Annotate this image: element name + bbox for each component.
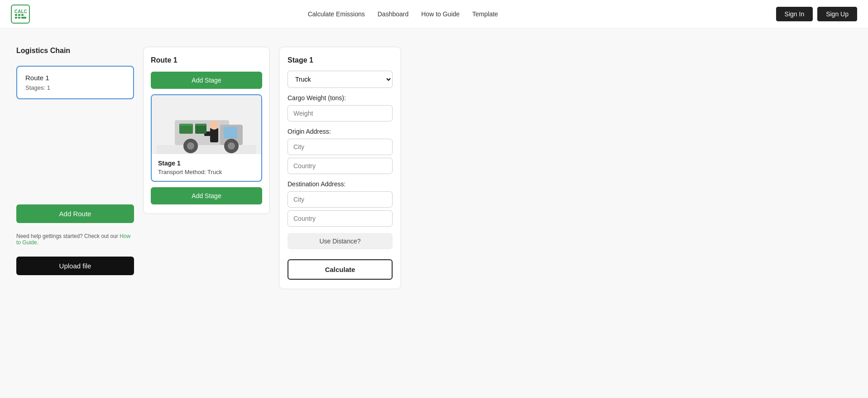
stage-form: Stage 1 Truck Ship Train Plane Cargo Wei… bbox=[279, 47, 401, 289]
svg-rect-3 bbox=[21, 14, 24, 16]
nav-calculate[interactable]: Calculate Emissions bbox=[308, 10, 365, 18]
stage-card-image bbox=[152, 95, 261, 154]
nav-links: Calculate Emissions Dashboard How to Gui… bbox=[308, 10, 498, 18]
sidebar-help-text: Need help gettings started? Check out ou… bbox=[16, 233, 134, 246]
transport-select[interactable]: Truck Ship Train Plane bbox=[288, 71, 393, 88]
origin-country-input[interactable] bbox=[288, 158, 393, 174]
dest-city-input[interactable] bbox=[288, 191, 393, 208]
stage-card-body: Stage 1 Transport Method: Truck bbox=[152, 154, 261, 181]
svg-rect-15 bbox=[210, 128, 218, 142]
nav-actions: Sign In Sign Up bbox=[776, 7, 857, 21]
sidebar-title: Logistics Chain bbox=[16, 47, 134, 55]
use-distance-button[interactable]: Use Distance? bbox=[288, 233, 393, 249]
stage-card-name: Stage 1 bbox=[158, 160, 255, 167]
weight-input[interactable] bbox=[288, 105, 393, 121]
svg-rect-10 bbox=[224, 127, 237, 138]
svg-rect-20 bbox=[180, 124, 192, 126]
destination-address-label: Destination Address: bbox=[288, 180, 393, 188]
stage-card-method: Transport Method: Truck bbox=[158, 169, 255, 175]
route-card-name: Route 1 bbox=[25, 74, 125, 82]
nav-template[interactable]: Template bbox=[472, 10, 498, 18]
cargo-weight-group: Cargo Weight (tons): bbox=[288, 94, 393, 121]
add-stage-top-button[interactable]: Add Stage bbox=[151, 72, 262, 89]
svg-text:CALC: CALC bbox=[14, 9, 27, 14]
svg-point-14 bbox=[228, 142, 235, 150]
signup-button[interactable]: Sign Up bbox=[817, 7, 857, 21]
sidebar: Logistics Chain Route 1 Stages: 1 Add Ro… bbox=[16, 47, 134, 275]
origin-address-group: Origin Address: bbox=[288, 128, 393, 174]
dest-country-input[interactable] bbox=[288, 210, 393, 227]
svg-rect-1 bbox=[15, 14, 17, 16]
svg-rect-5 bbox=[18, 17, 20, 19]
route-panel: Route 1 Add Stage bbox=[143, 47, 270, 214]
route-card-stages: Stages: 1 bbox=[25, 84, 125, 91]
add-route-button[interactable]: Add Route bbox=[16, 204, 134, 223]
upload-button[interactable]: Upload file bbox=[16, 257, 134, 275]
origin-city-input[interactable] bbox=[288, 139, 393, 155]
cargo-weight-label: Cargo Weight (tons): bbox=[288, 94, 393, 102]
add-stage-bottom-button[interactable]: Add Stage bbox=[151, 187, 262, 204]
destination-address-group: Destination Address: bbox=[288, 180, 393, 227]
calculate-button[interactable]: Calculate bbox=[288, 259, 393, 280]
route-panel-title: Route 1 bbox=[151, 56, 262, 64]
logo: CALC bbox=[11, 5, 30, 24]
svg-point-16 bbox=[210, 121, 219, 130]
nav-dashboard[interactable]: Dashboard bbox=[378, 10, 409, 18]
svg-rect-7 bbox=[157, 145, 256, 154]
svg-rect-21 bbox=[196, 124, 206, 126]
stage-form-title: Stage 1 bbox=[288, 56, 393, 64]
main-container: Logistics Chain Route 1 Stages: 1 Add Ro… bbox=[0, 29, 868, 398]
svg-point-12 bbox=[187, 142, 194, 150]
svg-rect-6 bbox=[21, 17, 26, 19]
route-card[interactable]: Route 1 Stages: 1 bbox=[16, 66, 134, 99]
svg-rect-4 bbox=[15, 17, 17, 19]
signin-button[interactable]: Sign In bbox=[776, 7, 813, 21]
logo-icon: CALC bbox=[11, 5, 30, 24]
origin-address-label: Origin Address: bbox=[288, 128, 393, 135]
navbar: CALC Calculate Emissions Dashboard How t… bbox=[0, 0, 868, 29]
svg-rect-2 bbox=[18, 14, 20, 16]
stage-card[interactable]: Stage 1 Transport Method: Truck bbox=[151, 94, 262, 182]
nav-guide[interactable]: How to Guide bbox=[421, 10, 460, 18]
